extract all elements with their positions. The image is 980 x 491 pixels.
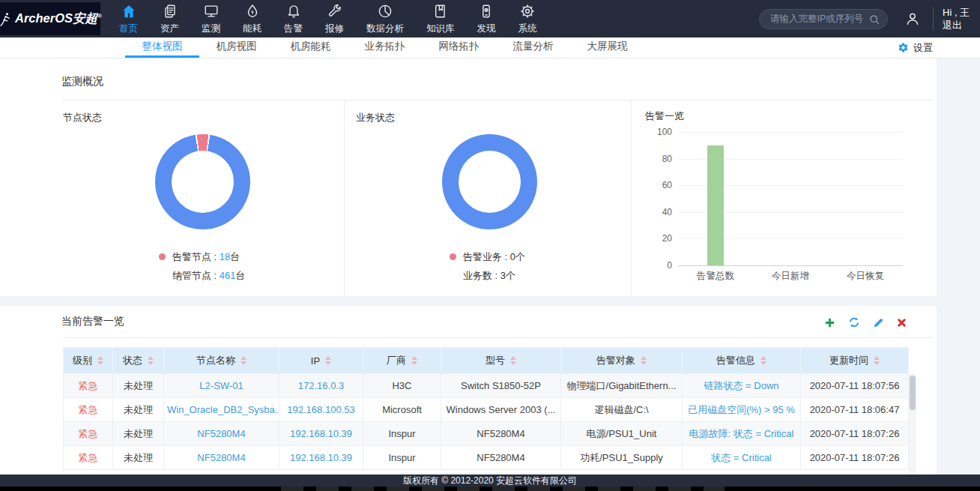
cell-status: 未处理 [113, 446, 164, 470]
cell-model: NF5280M4 [441, 446, 561, 470]
search-icon[interactable] [868, 13, 880, 25]
col-model-header[interactable]: 型号 [441, 348, 561, 374]
cell-alarm-info[interactable]: 已用磁盘空间(%) > 95 % [683, 398, 801, 422]
y-tick-label: 40 [632, 206, 672, 218]
alarm-dot-icon [450, 253, 456, 260]
cell-ip[interactable]: 192.168.10.39 [279, 446, 363, 470]
cell-vendor: Inspur [363, 422, 441, 446]
cell-level: 紧急 [64, 374, 113, 398]
edit-icon [873, 317, 884, 328]
brand-logo[interactable]: ArcherOS安超® [0, 2, 100, 35]
tab-7[interactable]: 大屏展现 [570, 37, 644, 58]
top-navbar: ArcherOS安超® 首页资产监测能耗告警报修数据分析知识库发现系统 Hi ,… [0, 0, 980, 37]
current-alarms-panel: 当前告警一览 级别状态节点名称IP厂商型号告警对象告警信息更新时间紧急未处理L2… [0, 306, 937, 475]
col-ip-header[interactable]: IP [279, 348, 363, 374]
business-count: 3 [500, 270, 506, 281]
scrollbar-thumb[interactable] [910, 376, 916, 410]
book-icon [432, 3, 449, 20]
tab-4[interactable]: 业务拓扑 [348, 37, 422, 58]
col-update-time-header[interactable]: 更新时间 [801, 348, 909, 374]
nav-item-home[interactable]: 首页 [108, 0, 149, 37]
delete-button[interactable] [897, 316, 907, 328]
settings-button[interactable]: 设置 [898, 37, 933, 58]
col-status-header[interactable]: 状态 [113, 348, 164, 374]
cell-status: 未处理 [113, 398, 164, 422]
col-alarm-object-header[interactable]: 告警对象 [561, 348, 683, 374]
cell-model: Windows Server 2003 (... [441, 398, 561, 422]
nav-item-discover[interactable]: 发现 [466, 0, 507, 37]
col-vendor-header[interactable]: 厂商 [363, 348, 441, 374]
cell-level: 紧急 [64, 398, 113, 422]
y-tick-label: 100 [632, 126, 672, 138]
cell-ip[interactable]: 192.168.100.53 [279, 398, 363, 422]
tab-3[interactable]: 机房能耗 [273, 37, 348, 58]
table-scrollbar[interactable] [909, 374, 916, 473]
tab-2[interactable]: 机房视图 [199, 37, 273, 58]
node-status-donut-chart [155, 134, 250, 229]
user-avatar-icon[interactable] [904, 10, 921, 27]
x-axis-line [678, 265, 903, 266]
sort-arrows-icon[interactable] [241, 356, 246, 365]
nav-item-monitor[interactable]: 监测 [190, 0, 232, 37]
cell-vendor: H3C [363, 374, 441, 398]
nav-item-gear[interactable]: 系统 [507, 0, 548, 37]
alarm-row-3: 紧急未处理NF5280M4192.168.10.39InspurNF5280M4… [64, 422, 909, 446]
legend-item: 告警节点 : 18台 [159, 247, 246, 266]
add-button[interactable] [824, 316, 835, 328]
nav-item-book[interactable]: 知识库 [415, 0, 466, 37]
node-status-legend: 告警节点 : 18台 纳管节点 : 461台 [159, 247, 246, 285]
alarm-row-4: 紧急未处理NF5280M4192.168.10.39InspurNF5280M4… [64, 446, 909, 470]
cell-update-time: 2020-07-11 18:07:26 [801, 422, 909, 446]
brand-name: ArcherOS安超® [15, 10, 102, 27]
archer-figure-icon [0, 11, 13, 27]
edit-button[interactable] [873, 316, 884, 328]
sort-arrows-icon[interactable] [325, 356, 331, 365]
legend-item: 业务数 : 3个 [450, 266, 525, 285]
cell-node-name[interactable]: Win_Oracle_DB2_Sysba... [164, 398, 279, 422]
cell-ip[interactable]: 172.16.0.3 [279, 374, 363, 398]
tab-1[interactable]: 整体视图 [125, 37, 199, 58]
col-node-name-header[interactable]: 节点名称 [164, 348, 279, 374]
cell-node-name[interactable]: NF5280M4 [164, 422, 279, 446]
sort-arrows-icon[interactable] [641, 356, 647, 365]
col-level-header[interactable]: 级别 [64, 348, 113, 374]
cell-node-name[interactable]: L2-SW-01 [164, 374, 279, 398]
col-alarm-info-header[interactable]: 告警信息 [683, 348, 801, 374]
nav-item-energy[interactable]: 能耗 [232, 0, 273, 37]
cell-ip[interactable]: 192.168.10.39 [279, 422, 363, 446]
cell-alarm-info[interactable]: 状态 = Critical [683, 446, 801, 470]
nav-item-assets[interactable]: 资产 [149, 0, 190, 37]
tab-6[interactable]: 流量分析 [496, 37, 570, 58]
cell-alarm-info[interactable]: 链路状态 = Down [683, 374, 801, 398]
x-category-label: 告警总数 [678, 270, 753, 283]
main-content: 监测概况 节点状态 告警节点 : 18台 纳管节点 : 461台 [0, 58, 937, 475]
nav-item-pie[interactable]: 数据分析 [355, 0, 415, 37]
cell-alarm-info[interactable]: 电源故障: 状态 = Critical [683, 422, 801, 446]
cell-node-name[interactable]: NF5280M4 [164, 446, 279, 470]
alarms-toolbar [824, 316, 907, 328]
tab-5[interactable]: 网络拓扑 [422, 37, 496, 58]
cell-update-time: 2020-07-11 18:06:47 [801, 398, 909, 422]
sort-arrows-icon[interactable] [510, 356, 516, 365]
nav-item-bell[interactable]: 告警 [273, 0, 314, 37]
sort-arrows-icon[interactable] [411, 356, 417, 365]
cell-alarm-object: 逻辑磁盘/C:\ [561, 398, 683, 422]
refresh-button[interactable] [848, 316, 860, 328]
alarms-panel-title: 当前告警一览 [61, 315, 124, 328]
cell-alarm-object: 功耗/PSU1_Supply [561, 446, 683, 470]
gridline [678, 132, 903, 133]
sort-arrows-icon[interactable] [760, 356, 766, 365]
managed-node-count: 461 [220, 270, 236, 281]
logout-link[interactable]: 退出 [943, 19, 977, 31]
navbar-right: Hi , 王 退出 [759, 6, 980, 31]
divider [63, 337, 933, 338]
y-tick-label: 0 [632, 259, 672, 271]
sort-arrows-icon[interactable] [97, 356, 103, 365]
cell-alarm-object: 电源/PSU1_Unit [561, 422, 683, 446]
sort-arrows-icon[interactable] [874, 356, 880, 365]
cell-model: NF5280M4 [441, 422, 561, 446]
sort-arrows-icon[interactable] [148, 356, 154, 365]
y-tick-label: 80 [632, 153, 672, 165]
cell-status: 未处理 [113, 374, 164, 398]
nav-item-repair[interactable]: 报修 [314, 0, 355, 37]
